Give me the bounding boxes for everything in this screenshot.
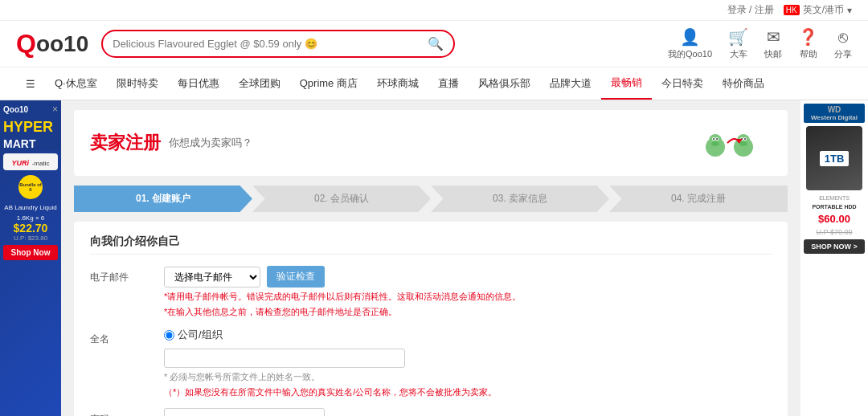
my-qoo10-icon-item[interactable]: 👤 我的Qoo10	[668, 27, 712, 60]
nav-live[interactable]: 直播	[428, 68, 469, 99]
shop-now-button[interactable]: Shop Now	[3, 245, 58, 260]
user-icon: 👤	[680, 27, 700, 47]
wd-elements-label: ELEMENTS	[819, 195, 850, 201]
main-content: 卖家注册 你想成为卖家吗？	[61, 100, 800, 416]
seller-title-area: 卖家注册 你想成为卖家吗？	[90, 131, 252, 155]
step-create[interactable]: 01. 创建账户	[74, 186, 252, 212]
ad-product-name: AB Laundry Liquid	[4, 204, 56, 211]
password-row: 密码	[90, 408, 772, 416]
logo-q: Q	[16, 29, 36, 59]
step-confirm[interactable]: 02. 会员确认	[252, 186, 431, 212]
close-ad-button[interactable]: ×	[52, 104, 58, 115]
svg-point-12	[744, 138, 746, 140]
nav-hot[interactable]: 最畅销	[601, 67, 652, 100]
ad-product-price: $22.70	[14, 222, 48, 235]
nav-group[interactable]: 全球团购	[229, 68, 290, 99]
email-label: 电子邮件	[90, 266, 154, 284]
seller-mascots	[699, 123, 772, 163]
top-bar: 登录 / 注册 HK 英文/港币 ▾	[0, 0, 868, 21]
header-icons: 👤 我的Qoo10 🛒 大车 ✉ 快邮 ❓ 帮助 ⎋ 分享	[668, 27, 852, 60]
fullname-warning: （*）如果您没有在所需文件中输入您的真实姓名/公司名称，您将不会被批准为卖家。	[164, 386, 772, 398]
fullname-required-note: * 必须与您帐号所需文件上的姓名一致。	[164, 371, 772, 383]
wd-price: $60.00	[818, 213, 850, 225]
svg-point-13	[739, 141, 747, 146]
help-label: 帮助	[800, 48, 817, 60]
step-done[interactable]: 04. 完成注册	[609, 186, 788, 212]
nav-qprime[interactable]: Qprime 商店	[290, 68, 367, 99]
wd-product-name: PORTABLE HDD	[812, 204, 856, 210]
my-qoo10-label: 我的Qoo10	[668, 48, 712, 60]
fullname-row: 全名 公司/组织 * 必须与您帐号所需文件上的姓名一致。 （*）如果您没有在所需…	[90, 328, 772, 398]
org-radio-row: 公司/组织	[164, 328, 772, 342]
ad-product-detail: 1.6Kg × 6	[17, 214, 44, 222]
email-inline: 选择电子邮件 验证检查	[164, 266, 772, 288]
header: Q oo10 🔍 👤 我的Qoo10 🛒 大车 ✉ 快邮 ❓ 帮助 ⎋ 分享	[0, 21, 868, 67]
language-label: 英文/港币	[803, 3, 844, 17]
nav-brand[interactable]: 品牌大道	[540, 68, 601, 99]
seller-register-subtitle: 你想成为卖家吗？	[169, 136, 252, 150]
ad-brand-label: Qoo10	[3, 105, 28, 114]
nav-global[interactable]: 环球商城	[367, 68, 428, 99]
chevron-down-icon: ▾	[847, 5, 852, 16]
fullname-control: 公司/组织 * 必须与您帐号所需文件上的姓名一致。 （*）如果您没有在所需文件中…	[164, 328, 772, 398]
search-input[interactable]	[113, 38, 428, 50]
wd-shop-now-button[interactable]: SHOP NOW >	[804, 239, 865, 254]
mascot-image	[699, 123, 772, 163]
seller-register-header: 卖家注册 你想成为卖家吗？	[74, 110, 788, 176]
right-advertisement: WD Western Digital 1TB ELEMENTS PORTABLE…	[800, 100, 868, 416]
help-icon: ❓	[798, 27, 818, 47]
wd-logo: WD Western Digital	[804, 104, 865, 123]
share-label: 分享	[834, 48, 852, 60]
password-label: 密码	[90, 408, 154, 416]
ad-product-up: U.P: $23.80	[14, 235, 47, 242]
page-layout: Qoo10 × HYPER MART YURi -matic Bundle of…	[0, 100, 868, 416]
nav-special[interactable]: 特价商品	[713, 68, 774, 99]
nav-fashion[interactable]: 风格俱乐部	[469, 68, 540, 99]
verify-button[interactable]: 验证检查	[267, 266, 325, 288]
language-selector[interactable]: HK 英文/港币 ▾	[784, 3, 852, 17]
svg-point-6	[711, 141, 719, 146]
nav-flash[interactable]: 限时特卖	[107, 68, 168, 99]
org-radio[interactable]	[164, 330, 174, 341]
left-advertisement: Qoo10 × HYPER MART YURi -matic Bundle of…	[0, 100, 61, 416]
svg-point-5	[716, 138, 718, 140]
help-icon-item[interactable]: ❓ 帮助	[798, 27, 818, 60]
express-label: 快邮	[764, 48, 782, 60]
email-error1: *请用电子邮件帐号。错误完成的电子邮件以后则有消耗性。这取和活动消息会通知的信息…	[164, 291, 772, 303]
login-link[interactable]: 登录 / 注册	[727, 3, 774, 17]
email-row: 电子邮件 选择电子邮件 验证检查 *请用电子邮件帐号。错误完成的电子邮件以后则有…	[90, 266, 772, 318]
step-info[interactable]: 03. 卖家信息	[431, 186, 609, 212]
yuri-matic: -matic	[32, 160, 50, 167]
nav-q-lounge[interactable]: Q·休息室	[45, 68, 107, 99]
cart-icon-item[interactable]: 🛒 大车	[728, 27, 748, 60]
email-control: 选择电子邮件 验证检查 *请用电子邮件帐号。错误完成的电子邮件以后则有消耗性。这…	[164, 266, 772, 318]
share-icon: ⎋	[838, 28, 848, 47]
nav-hamburger[interactable]: ☰	[16, 70, 45, 98]
search-icon[interactable]: 🔍	[428, 36, 444, 51]
ad-hyper-label: HYPER	[0, 118, 61, 137]
hdd-visual: 1TB	[806, 126, 862, 190]
logo[interactable]: Q oo10	[16, 29, 88, 59]
nav-bar: ☰ Q·休息室 限时特卖 每日优惠 全球团购 Qprime 商店 环球商城 直播…	[0, 67, 868, 100]
cart-label: 大车	[730, 48, 747, 60]
seller-register-title: 卖家注册	[90, 131, 161, 155]
cart-icon: 🛒	[728, 27, 748, 47]
fullname-input[interactable]	[164, 349, 405, 368]
email-select[interactable]: 选择电子邮件	[164, 267, 260, 288]
nav-today[interactable]: 今日特卖	[652, 68, 713, 99]
step-progress: 01. 创建账户 02. 会员确认 03. 卖家信息 04. 完成注册	[74, 186, 788, 212]
password-input[interactable]	[164, 408, 325, 416]
seller-title-row: 卖家注册 你想成为卖家吗？	[90, 123, 772, 163]
logo-rest: oo10	[36, 31, 88, 57]
share-icon-item[interactable]: ⎋ 分享	[834, 28, 852, 60]
search-bar: 🔍	[101, 30, 455, 58]
wd-up-price: U.P $70.00	[817, 228, 853, 236]
wd-brand-sub: Western Digital	[809, 114, 860, 121]
wd-brand-label: WD	[828, 105, 841, 114]
org-label: 公司/组织	[178, 328, 223, 342]
ad-yuri-badge: YURi -matic	[3, 153, 58, 170]
flag-icon: HK	[784, 5, 800, 15]
email-error2: *在输入其他信息之前，请检查您的电子邮件地址是否正确。	[164, 306, 772, 318]
express-icon-item[interactable]: ✉ 快邮	[764, 27, 782, 60]
nav-daily[interactable]: 每日优惠	[168, 68, 229, 99]
